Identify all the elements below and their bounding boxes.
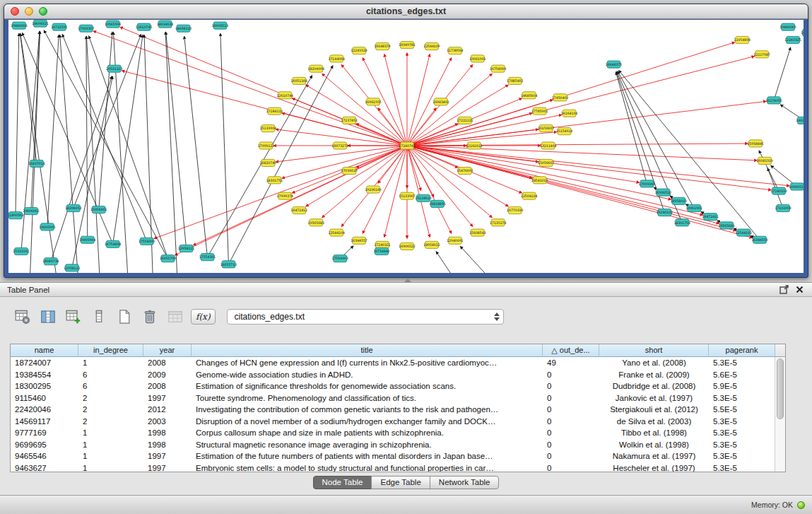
graph-node[interactable]: 13211404: [540, 142, 556, 149]
graph-node[interactable]: 15056601: [90, 206, 107, 213]
close-panel-button[interactable]: [794, 284, 805, 296]
column-header-short[interactable]: short: [599, 344, 709, 357]
graph-node[interactable]: 12610744: [277, 92, 293, 99]
table-row[interactable]: 946362711997Embryonic stem cells: a mode…: [11, 462, 775, 472]
graph-node[interactable]: 11890563: [8, 212, 24, 219]
close-button[interactable]: [11, 7, 19, 16]
graph-node[interactable]: 16055709: [160, 255, 176, 262]
graph-node[interactable]: 16437014: [28, 160, 45, 167]
graph-node[interactable]: 17144068: [329, 55, 345, 62]
graph-node[interactable]: 16344559: [751, 236, 767, 243]
graph-node[interactable]: 18698320: [175, 25, 192, 32]
graph-node[interactable]: 14732591: [51, 23, 67, 30]
graph-node[interactable]: 11054808: [734, 36, 750, 43]
graph-node[interactable]: 16648375: [606, 61, 622, 68]
graph-node[interactable]: 17240321: [374, 241, 390, 248]
table-row[interactable]: 1938455462009Genome-wide association stu…: [11, 369, 775, 381]
table-row[interactable]: 1830029562008Estimation of significance …: [11, 380, 775, 392]
table-row[interactable]: 1456911722003Disruption of a novel membe…: [11, 416, 775, 428]
graph-node[interactable]: 16818856: [429, 200, 445, 207]
graph-node[interactable]: 17885402: [507, 77, 523, 84]
graph-node[interactable]: 16083319: [756, 157, 772, 164]
minimize-button[interactable]: [25, 7, 33, 16]
graph-node[interactable]: 12544109: [423, 43, 440, 50]
table-row[interactable]: 2242004622012Investigating the contribut…: [11, 404, 775, 416]
graph-node[interactable]: 17240323: [770, 187, 787, 194]
graph-node[interactable]: 19206169: [365, 186, 381, 193]
graph-node[interactable]: 17135278: [490, 219, 506, 226]
graph-node[interactable]: 16648374: [374, 43, 390, 50]
graph-node[interactable]: 12544104: [329, 229, 345, 236]
table-vertical-scrollbar[interactable]: [775, 357, 785, 472]
new-table-button[interactable]: [114, 308, 134, 326]
delete-table-button[interactable]: [140, 308, 160, 326]
table-row[interactable]: 911546021997Tourette syndrome. Phenomeno…: [11, 392, 775, 404]
graph-node[interactable]: 12504104: [521, 192, 537, 199]
graph-node[interactable]: 12161612: [466, 142, 482, 149]
column-header-out_degree[interactable]: △ out_de...: [543, 344, 599, 357]
tab-node-table[interactable]: Node Table: [313, 476, 372, 489]
delete-column-button[interactable]: [89, 308, 109, 326]
graph-node[interactable]: 15133904: [260, 124, 276, 132]
tab-network-table[interactable]: Network Table: [430, 476, 500, 489]
graph-node[interactable]: 17103059: [775, 204, 791, 211]
graph-node[interactable]: 16049781: [399, 42, 415, 49]
graph-node[interactable]: 12243324: [351, 47, 367, 54]
graph-node[interactable]: 18698322: [801, 29, 804, 36]
graph-node[interactable]: 15476693: [457, 167, 473, 174]
column-header-pagerank[interactable]: pagerank: [709, 344, 775, 357]
graph-node[interactable]: 16472412: [291, 206, 307, 214]
graph-node[interactable]: 16344557: [351, 237, 367, 244]
graph-node[interactable]: 18541019: [531, 177, 548, 184]
table-row[interactable]: 977716911998Corpus callosum shape and si…: [11, 427, 775, 439]
table-row[interactable]: 969969511998Structural magnetic resonanc…: [11, 439, 775, 451]
graph-node[interactable]: 16156607: [538, 124, 554, 132]
function-builder-button[interactable]: f(x): [191, 309, 216, 325]
graph-node[interactable]: 16906524: [789, 183, 804, 190]
graph-node[interactable]: 16758009: [490, 65, 506, 72]
graph-node[interactable]: 17240742: [399, 142, 415, 149]
graph-node[interactable]: 19061902: [469, 55, 486, 62]
graph-node[interactable]: 17450403: [552, 94, 568, 101]
graph-node[interactable]: 15331502: [13, 247, 29, 255]
graph-node[interactable]: 19565596: [105, 21, 121, 28]
graph-node[interactable]: 19240102: [657, 209, 673, 216]
graph-node[interactable]: 18698321: [32, 20, 48, 27]
tab-edge-table[interactable]: Edge Table: [371, 476, 430, 489]
graph-node[interactable]: 18301754: [674, 219, 690, 226]
show-columns-button[interactable]: [38, 308, 58, 326]
table-mode-button[interactable]: [13, 308, 33, 326]
graph-node[interactable]: 16754838: [105, 240, 121, 247]
graph-node[interactable]: 12958122: [64, 264, 80, 271]
create-column-button[interactable]: [64, 308, 83, 326]
graph-node[interactable]: 15608543: [469, 229, 486, 236]
graph-node[interactable]: 19846069: [779, 23, 796, 30]
graph-node[interactable]: 17237453: [341, 117, 357, 124]
graph-node[interactable]: 18204098: [308, 65, 324, 72]
graph-node[interactable]: 15056607: [538, 159, 554, 166]
graph-node[interactable]: 17554301: [199, 254, 216, 261]
graph-node[interactable]: 17785901: [531, 107, 548, 115]
column-header-in_degree[interactable]: in_degree: [78, 344, 143, 357]
graph-node[interactable]: 16961955: [365, 98, 381, 105]
graph-node[interactable]: 19005904: [79, 236, 95, 243]
graph-node[interactable]: 16051168: [291, 77, 307, 84]
table-row[interactable]: 1872400712008Changes of HCN gene express…: [11, 357, 775, 369]
graph-node[interactable]: 16983402: [433, 98, 449, 105]
graph-node[interactable]: 15958845: [747, 140, 763, 147]
graph-node[interactable]: 16164104: [561, 110, 577, 117]
graph-node[interactable]: 17999366: [639, 180, 655, 187]
graph-node[interactable]: 16274055: [765, 97, 782, 104]
graph-node[interactable]: 16906523: [212, 22, 228, 29]
graph-node[interactable]: 19005905: [39, 223, 55, 230]
network-canvas[interactable]: 1604978116648374122433241714406818204098…: [8, 20, 804, 273]
graph-node[interactable]: 12243325: [784, 36, 801, 43]
graph-node[interactable]: 11738564: [447, 47, 463, 54]
graph-node[interactable]: 17554303: [332, 255, 348, 262]
graph-node[interactable]: 16906520: [655, 189, 671, 196]
graph-node[interactable]: 20606062: [23, 207, 39, 214]
graph-node[interactable]: 17999374: [277, 192, 293, 199]
graph-node[interactable]: 16472411: [702, 214, 719, 221]
graph-node[interactable]: 17554300: [139, 238, 155, 245]
graph-node[interactable]: 17284219: [266, 107, 283, 115]
